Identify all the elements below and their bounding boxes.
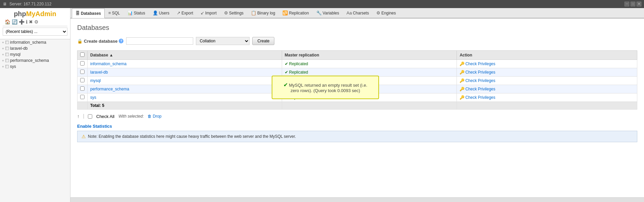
row-db-name-cell: performance_schema [88,85,282,93]
create-db-input[interactable] [126,37,193,45]
key-icon: 🔑 [460,70,465,75]
database-list: +information_schema+laravel-db+mysql+per… [0,39,70,70]
table-header-row: Database ▲ Master replication Action [77,51,637,60]
row-checkbox-3[interactable] [80,86,85,91]
checkmark-icon: ✔ [285,62,288,66]
tab-label-engines: Engines [381,11,396,15]
check-priv-link-1[interactable]: 🔑Check Privileges [460,70,634,75]
minimize-button[interactable]: ─ [625,2,629,6]
enable-statistics-link[interactable]: Enable Statistics [77,124,112,129]
tab-charsets[interactable]: AaCharsets [343,8,373,18]
up-arrow-icon[interactable]: ↑ [77,114,79,119]
table-row: laravel-db ✔Replicated 🔑Check Privileges [77,68,637,77]
logo-admin: Admin [36,10,56,17]
row-checkbox-4[interactable] [80,95,85,99]
check-priv-link-0[interactable]: 🔑Check Privileges [460,62,634,66]
expand-icon: + [2,59,4,63]
expand-icon: + [2,47,4,50]
db-link-3[interactable]: performance_schema [90,87,129,91]
recent-tables-select[interactable]: (Recent tables) ... [3,28,67,36]
sidebar-icon-bar: 🏠 🔄 ➕ ℹ ✖ ⚙ [3,18,67,26]
tab-sql[interactable]: ≡SQL [105,8,124,18]
check-all-checkbox[interactable] [88,114,92,119]
tab-label-sql: SQL [112,11,120,15]
enable-statistics-section: Enable Statistics ⚠ Note: Enabling the d… [77,124,637,142]
phpmyadmin-logo: phpMyAdmin [3,10,67,18]
check-priv-link-4[interactable]: 🔑Check Privileges [460,95,634,100]
clear-icon[interactable]: ✖ [29,19,33,25]
tab-label-settings: Settings [229,11,244,15]
tab-export[interactable]: ↗Export [173,8,197,18]
reload-icon[interactable]: 🔄 [12,19,17,25]
create-db-info-icon[interactable]: ? [119,39,123,43]
tab-replication[interactable]: 🔁Replication [279,8,312,18]
tab-icon-users: 👤 [153,10,158,15]
key-icon: 🔑 [460,62,465,66]
key-icon: 🔑 [460,87,465,91]
tab-label-status: Status [134,11,145,15]
tab-label-users: Users [159,11,169,15]
with-selected-label: With selected: [118,114,144,119]
window-icon: 🖥 [3,2,7,6]
tab-import[interactable]: ↙Import [197,8,220,18]
total-label: Total: 5 [88,102,282,110]
row-replication-cell: ✔Replicated [282,60,457,68]
create-button[interactable]: Create [252,37,274,45]
db-link-2[interactable]: mysql [90,78,101,83]
row-checkbox-2[interactable] [80,78,85,82]
row-replication-cell: ✔Replicated [282,68,457,77]
check-priv-link-2[interactable]: 🔑Check Privileges [460,78,634,83]
sidebar-db-laravel-db[interactable]: +laravel-db [0,45,70,51]
tab-icon-import: ↙ [201,10,204,15]
close-button[interactable]: ✕ [637,2,641,6]
tab-binary-log[interactable]: 📋Binary log [247,8,279,18]
bottom-actions: ↑ Check All With selected: 🗑 Drop [77,114,637,119]
row-checkbox-cell [77,60,88,68]
row-checkbox-cell [77,93,88,102]
tab-label-databases: Databases [81,11,101,16]
tab-icon-binary-log: 📋 [251,10,256,15]
add-icon[interactable]: ➕ [19,19,24,25]
tab-label-import: Import [205,11,217,15]
home-icon[interactable]: 🏠 [5,19,10,25]
logo-php: php [14,10,26,17]
sidebar-header: phpMyAdmin 🏠 🔄 ➕ ℹ ✖ ⚙ (Recent tables) .… [0,8,70,39]
drop-button[interactable]: 🗑 Drop [148,114,161,119]
warning-icon: ⚠ [82,134,86,139]
db-link-0[interactable]: information_schema [90,62,126,66]
tab-icon-replication: 🔁 [282,10,288,15]
tab-users[interactable]: 👤Users [149,8,173,18]
sidebar-db-sys[interactable]: +sys [0,64,70,70]
create-database-section: 🔒 Create database ? Collation utf8_gener… [77,37,637,45]
sidebar-db-mysql[interactable]: +mysql [0,51,70,57]
check-all-label[interactable]: Check All [96,114,114,119]
db-name-label: information_schema [10,40,46,45]
row-checkbox-1[interactable] [80,70,85,74]
sidebar-db-information_schema[interactable]: +information_schema [0,39,70,45]
tab-databases[interactable]: 🗄Databases [72,8,105,18]
row-action-cell: 🔑Check Privileges [457,68,637,77]
tab-icon-variables: 🔧 [316,10,322,15]
row-action-cell: 🔑Check Privileges [457,85,637,93]
db-link-4[interactable]: sys [90,95,96,100]
collation-select[interactable]: Collation utf8_general_ci utf8mb4_unicod… [196,37,250,45]
check-priv-link-3[interactable]: 🔑Check Privileges [460,87,634,91]
tab-icon-sql: ≡ [108,10,111,15]
tab-engines[interactable]: ⚙Engines [373,8,399,18]
sidebar-db-performance_schema[interactable]: +performance_schema [0,57,70,64]
tab-status[interactable]: 📊Status [124,8,149,18]
db-color-box [5,59,9,62]
maximize-button[interactable]: □ [631,2,635,6]
settings-icon[interactable]: ⚙ [34,19,39,25]
db-link-1[interactable]: laravel-db [90,70,108,75]
horizontal-scrollbar[interactable] [70,197,644,202]
row-db-name-cell: sys [88,93,282,102]
db-color-box [5,41,9,44]
tab-settings[interactable]: ⚙Settings [220,8,247,18]
select-all-checkbox[interactable] [80,52,85,57]
tab-variables[interactable]: 🔧Variables [313,8,343,18]
row-checkbox-0[interactable] [80,61,85,66]
info-icon[interactable]: ℹ [26,19,28,25]
tab-icon-status: 📊 [127,10,133,15]
table-header-database: Database ▲ [88,51,282,60]
